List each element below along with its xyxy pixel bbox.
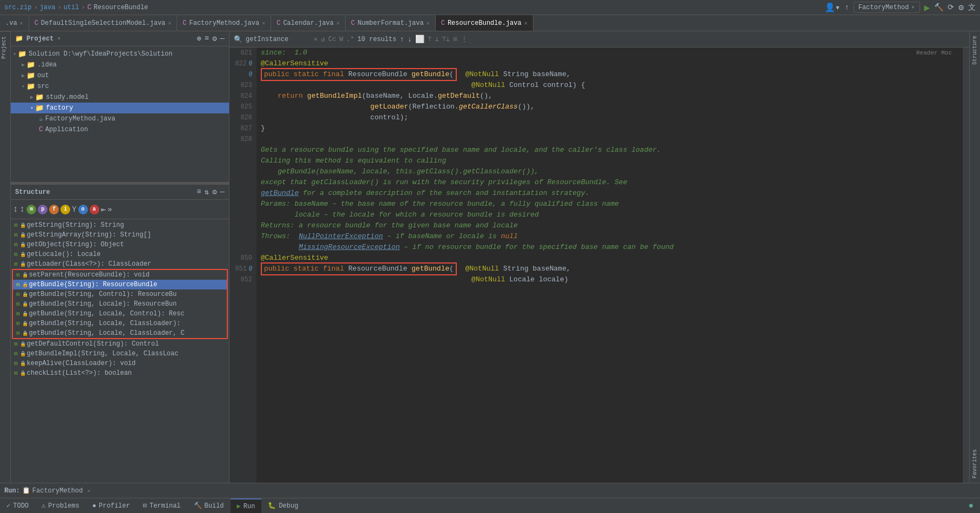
struct-item-getbundle-string-locale-control[interactable]: m 🔒 getBundle(String, Locale, Control): … [13, 309, 227, 319]
code-content[interactable]: Reader Moc ▶ since: 1.0 @CallerSensitiv [256, 48, 963, 483]
build-btn[interactable]: 🔨 [934, 3, 943, 12]
status-green-dot: ● [968, 501, 974, 511]
project-settings-icon[interactable]: ⚙ [212, 34, 217, 43]
structure-close-icon[interactable]: — [220, 187, 225, 197]
tab-va-close[interactable]: ✕ [20, 20, 23, 26]
struct-item-label-11: getBundle(String, Locale, ClassLoader): [29, 320, 181, 327]
project-edge-tab[interactable]: Project [0, 31, 10, 63]
project-collapse-icon[interactable]: ≡ [205, 34, 209, 43]
right-edge-structure[interactable]: Structure Favorites [969, 31, 980, 483]
search-more-icon[interactable]: ⋮ [461, 35, 468, 44]
circle-yellow-btn[interactable]: i [60, 205, 70, 214]
struct-item-getbundle-string-locale[interactable]: m 🔒 getBundle(String, Locale): ResourceB… [13, 299, 227, 309]
search-filter-icon[interactable]: ≡ [453, 35, 457, 44]
project-dropdown-arrow[interactable]: ▾ [57, 35, 60, 43]
git-update-btn[interactable]: ⟳ [948, 3, 954, 12]
breadcrumb-srczip[interactable]: src.zip [4, 4, 31, 11]
search-word-icon[interactable]: W [339, 36, 343, 43]
search-align3-icon[interactable]: ⊤⊥ [442, 35, 449, 43]
tab-defaultsingle-close[interactable]: ✕ [168, 20, 171, 26]
struct-item-getbundle-string-locale-classloader[interactable]: m 🔒 getBundle(String, Locale, ClassLoade… [13, 319, 227, 328]
toolbar-dropdown[interactable]: FactoryMethod ▾ [854, 2, 920, 13]
user-icon[interactable]: 👤▾ [824, 2, 841, 13]
struct-item-checklist[interactable]: m 🔒 checkList(List<?>): boolean [11, 368, 229, 378]
tab-resourcebundle[interactable]: C ResourceBundle.java ✕ [436, 15, 533, 31]
sort-alpha-icon[interactable]: ↕ [13, 205, 18, 214]
run-btn[interactable]: ▶ [924, 2, 930, 14]
structure-collapse-icon[interactable]: ≡ [197, 187, 201, 197]
tab-defaultsingle[interactable]: C DefaultSingleSelectionModel.java ✕ [29, 15, 178, 31]
struct-item-getstring[interactable]: m 🔒 getString(String): String [11, 220, 229, 230]
breadcrumb-java[interactable]: java [40, 4, 56, 11]
settings-btn[interactable]: ⚙ [958, 2, 964, 13]
scrollbar[interactable] [963, 48, 969, 483]
struct-item-label-4: getLocale(): Locale [27, 251, 101, 258]
struct-item-getloader[interactable]: m 🔒 getLoader(Class<?>): ClassLoader [11, 259, 229, 269]
tree-item-application[interactable]: C Application [11, 124, 229, 134]
struct-item-getdefaultcontrol[interactable]: m 🔒 getDefaultControl(String): Control [11, 339, 229, 349]
bottom-tab-todo[interactable]: ✓ TODO [0, 498, 35, 513]
tree-item-factorymethod[interactable]: ☕ FactoryMethod.java [11, 113, 229, 124]
search-prev-icon[interactable]: ↑ [400, 35, 404, 44]
tree-item-idea[interactable]: ▶ 📁 .idea [11, 59, 229, 70]
structure-side-tab[interactable]: Structure [970, 31, 980, 69]
structure-settings-icon[interactable]: ⚙ [212, 187, 217, 197]
tree-item-out[interactable]: ▶ 📁 out [11, 70, 229, 81]
more-icon[interactable]: » [107, 205, 112, 214]
sort-order-icon[interactable]: ↕ [20, 205, 25, 214]
search-align-icon[interactable]: ⊤ [428, 35, 431, 43]
project-scope-icon[interactable]: ⊕ [197, 34, 201, 43]
project-close-icon[interactable]: — [220, 34, 225, 43]
bottom-tab-run[interactable]: ▶ Run [231, 498, 262, 513]
struct-item-setparent[interactable]: m 🔒 setParent(ResourceBundle): void [13, 270, 227, 280]
circle-purple-btn[interactable]: p [38, 205, 48, 214]
search-regex2-icon[interactable]: .* [347, 36, 354, 43]
tree-item-src[interactable]: ▾ 📁 src [11, 81, 229, 92]
struct-item-getbundle-string-control[interactable]: m 🔒 getBundle(String, Control): Resource… [13, 289, 227, 299]
breadcrumb-util[interactable]: util [64, 4, 79, 11]
search-next-icon[interactable]: ↓ [408, 35, 412, 44]
tab-factorymethod[interactable]: C FactoryMethod.java ✕ [177, 15, 271, 31]
search-align2-icon[interactable]: ⊥ [435, 35, 438, 43]
struct-item-keepalive[interactable]: m 🔒 keepAlive(ClassLoader): void [11, 359, 229, 368]
tab-va[interactable]: .va ✕ [0, 15, 29, 31]
circle-red-btn[interactable]: a [90, 205, 99, 214]
search-expand-icon[interactable]: ⬜ [415, 35, 424, 44]
search-input[interactable] [246, 36, 310, 43]
bottom-tab-problems[interactable]: ⚠ Problems [35, 498, 86, 513]
struct-item-getbundleimpl[interactable]: m 🔒 getBundleImpl(String, Locale, ClassL… [11, 349, 229, 359]
tab-factorymethod-close[interactable]: ✕ [262, 20, 265, 26]
git-icon[interactable]: ↑ [844, 3, 849, 12]
tree-item-factory[interactable]: ▾ 📁 factory [11, 103, 229, 113]
search-regex-icon[interactable]: ↺ [321, 35, 325, 44]
search-cc-icon[interactable]: Cc [328, 36, 336, 43]
structure-expand-icon[interactable]: ⇅ [205, 187, 209, 197]
circle-green-btn[interactable]: m [26, 205, 36, 214]
translate-btn[interactable]: 文 [968, 3, 976, 12]
tab-numberformat-close[interactable]: ✕ [427, 20, 430, 26]
struct-item-getbundle-all[interactable]: m 🔒 getBundle(String, Locale, ClassLoade… [13, 328, 227, 338]
filter-icon[interactable]: Y [72, 205, 76, 214]
bottom-tab-build[interactable]: 🔨 Build [187, 498, 231, 513]
access-icon-2: 🔒 [20, 232, 26, 238]
tree-item-solution[interactable]: ▾ 📁 Solution D:\wyf\IdeaProjects\Solutio… [11, 49, 229, 59]
circle-orange-btn[interactable]: f [49, 205, 59, 214]
struct-item-getbundle-string[interactable]: m 🔒 getBundle(String): ResourceBundle [13, 280, 227, 289]
circle-blue-btn[interactable]: o [78, 205, 88, 214]
favorites-side-tab[interactable]: Favorites [970, 445, 980, 483]
tab-numberformat[interactable]: C NumberFormat.java ✕ [346, 15, 436, 31]
tab-calendar[interactable]: C Calendar.java ✕ [271, 15, 346, 31]
tab-resourcebundle-close[interactable]: ✕ [524, 20, 528, 26]
tab-calendar-close[interactable]: ✕ [336, 20, 340, 26]
struct-item-getstringarray[interactable]: m 🔒 getStringArray(String): String[] [11, 230, 229, 240]
search-clear-icon[interactable]: ✕ [314, 35, 317, 43]
tree-item-study-model[interactable]: ▶ 📁 study.model [11, 92, 229, 103]
expand-all-btn[interactable]: ⇤ [101, 204, 106, 215]
bottom-tab-terminal[interactable]: ⊡ Terminal [137, 498, 187, 513]
tab-defaultsingle-icon: C [35, 19, 38, 27]
bottom-tab-profiler[interactable]: ● Profiler [86, 498, 137, 513]
struct-item-getlocale[interactable]: m 🔒 getLocale(): Locale [11, 249, 229, 259]
run-close-icon[interactable]: ✕ [87, 488, 90, 494]
bottom-tab-debug[interactable]: 🐛 Debug [261, 498, 305, 513]
struct-item-getobject[interactable]: m 🔒 getObject(String): Object [11, 240, 229, 249]
